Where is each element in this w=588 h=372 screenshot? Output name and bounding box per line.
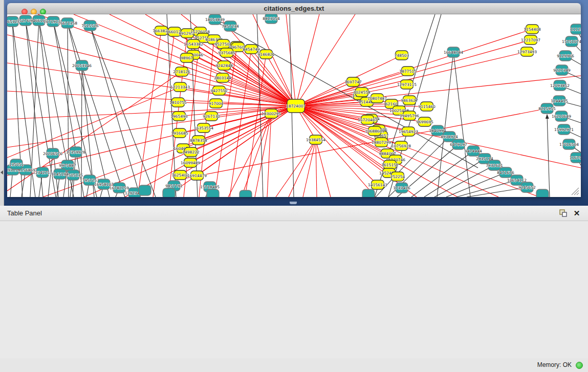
graph-node-label: 98967 (181, 56, 193, 60)
graph-node-label: 8813054 (263, 16, 280, 21)
graph-node-label: 9463627 (401, 98, 418, 103)
graph-node-label: 9115460 (418, 104, 435, 109)
graph-node-label: 9699695 (416, 120, 433, 124)
graph-edge[interactable] (453, 52, 470, 197)
graph-edge[interactable] (437, 52, 453, 197)
graph-edge[interactable] (242, 114, 271, 197)
graph-node[interactable] (362, 189, 375, 197)
graph-edge[interactable] (296, 29, 532, 106)
resize-grip-icon[interactable] (572, 188, 579, 195)
graph-node-label: 19384554 (306, 138, 325, 142)
graph-node-label: 1498222 (182, 150, 200, 155)
graph-edge[interactable] (187, 58, 296, 106)
graph-node[interactable] (536, 189, 549, 197)
graph-node-label: 9227349 (553, 68, 571, 73)
graph-node-label: 10807487 (367, 96, 387, 101)
graph-node-label: 10654112 (507, 178, 527, 183)
graph-edge[interactable] (296, 14, 319, 106)
graph-node-label: 16914479 (187, 173, 207, 178)
left-gutter (0, 0, 4, 206)
graph-edge[interactable] (276, 140, 316, 197)
graph-node-label: 7857234 (222, 24, 239, 29)
graph-edge[interactable] (296, 106, 427, 106)
graph-node-label: 1840994 (429, 128, 446, 133)
graph-node-label: 19495796 (400, 114, 419, 118)
graph-node-label: 18807299 (372, 140, 391, 145)
graph-edge[interactable] (316, 140, 331, 197)
graph-edge[interactable] (303, 140, 316, 197)
graph-node-label: 9857791 (165, 184, 183, 188)
network-window-titlebar[interactable]: citations_edges.txt (7, 3, 581, 14)
graph-node-label: 252254 (390, 174, 405, 179)
network-window-title: citations_edges.txt (7, 3, 581, 14)
network-desktop-background: citations_edges.txt 10653267152760294661… (0, 0, 588, 206)
graph-edge[interactable] (90, 26, 156, 197)
graph-node-label: 10756928 (391, 144, 411, 148)
graph-node-label: 16099489 (181, 161, 200, 165)
graph-node-label: 917004 (209, 101, 224, 106)
graph-node-label: 15751074 (562, 39, 581, 44)
graph-node-label: 15720407 (358, 118, 377, 122)
graph-node-label: 8454749 (243, 47, 260, 52)
graph-node-label: 16671358 (58, 21, 77, 26)
graph-node-label: 18300295 (262, 112, 281, 116)
graph-node-label: 7625402 (171, 173, 189, 178)
graph-edge[interactable] (255, 114, 271, 197)
graph-node-label: 116753 (570, 156, 581, 160)
graph-node-label: 9146821 (257, 52, 275, 57)
graph-node-label: 16782759 (110, 186, 129, 190)
graph-node-label: 15992971 (554, 127, 574, 132)
splitter-handle[interactable] (290, 202, 297, 204)
graph-edge[interactable] (296, 14, 355, 106)
graph-node-label: 2718126 (173, 70, 190, 74)
graph-node-label: 1145194 (51, 172, 69, 177)
graph-node-label: 18053839 (205, 17, 225, 22)
graph-edge[interactable] (446, 172, 506, 197)
graph-edge[interactable] (467, 187, 527, 197)
graph-edge[interactable] (547, 115, 550, 197)
graph-edge[interactable] (212, 19, 478, 168)
table-panel: Table Panel ✕ (0, 206, 588, 372)
graph-edge[interactable] (316, 140, 317, 197)
close-icon[interactable]: ✕ (572, 209, 582, 218)
graph-edge[interactable] (434, 165, 494, 197)
graph-node-label: 6479197 (450, 142, 467, 147)
graph-edge[interactable] (138, 31, 161, 197)
graph-node-label: 9427552 (210, 89, 228, 93)
collapse-arrow-icon[interactable] (1, 170, 3, 174)
graph-node-label: 9267130 (203, 114, 220, 119)
graph-node-label: 7515526 (81, 24, 99, 28)
graph-node-label: 14156141 (368, 183, 387, 187)
graph-node-label: 9129966 (557, 54, 574, 58)
graph-node-label: 2803144 (214, 76, 231, 80)
graph-node-label: 9975887 (59, 163, 76, 168)
graph-nodes: 1065326715276029466160107191391667135875… (7, 14, 581, 197)
graph-node[interactable] (139, 185, 151, 195)
graph-node-label: 17016504 (559, 142, 579, 147)
graph-edge[interactable] (456, 180, 517, 197)
graph-node-label: 135051 (9, 162, 24, 167)
graph-node-label: 18724007 (286, 104, 306, 108)
graph-edge[interactable] (7, 106, 296, 119)
network-window[interactable]: citations_edges.txt 10653267152760294661… (7, 3, 581, 197)
graph-edge[interactable] (424, 159, 485, 197)
graph-edge[interactable] (267, 114, 271, 197)
graph-node[interactable] (163, 188, 175, 197)
graph-node-label: 9245652 (518, 185, 536, 190)
graph-node-label: 1615152 (381, 163, 399, 167)
network-canvas[interactable]: 1065326715276029466160107191391667135875… (7, 14, 581, 197)
graph-edge[interactable] (296, 76, 581, 106)
graph-node-label: 11125 (571, 27, 581, 32)
graph-node[interactable] (239, 190, 252, 197)
graph-node-label: 12217097 (521, 38, 540, 42)
float-window-icon[interactable] (558, 209, 569, 218)
graph-node-label: 8878354 (190, 138, 207, 143)
memory-ok-icon (576, 362, 583, 369)
graph-edge[interactable] (296, 106, 399, 111)
graph-node-label: 17359928 (66, 150, 85, 155)
graph-node-label: 20053346 (72, 63, 92, 68)
graph-node-label: 8215955 (538, 106, 556, 111)
graph-node-label: 8471676 (497, 170, 514, 175)
graph-node[interactable] (207, 189, 219, 197)
graph-node-label: 12973493 (517, 50, 537, 54)
